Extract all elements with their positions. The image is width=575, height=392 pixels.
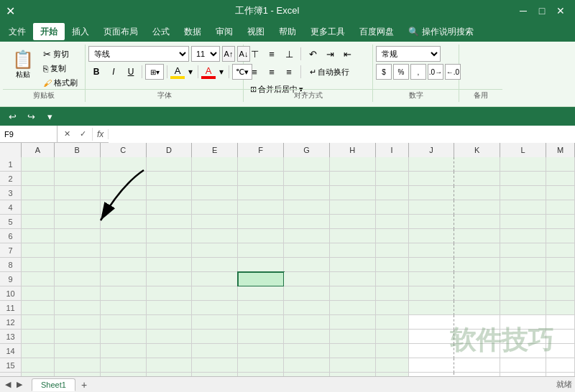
cell-H14[interactable] — [330, 344, 376, 358]
cell-L15[interactable] — [500, 358, 546, 373]
cell-M10[interactable] — [546, 286, 575, 301]
cell-J12[interactable] — [409, 315, 455, 330]
row-number-6[interactable]: 6 — [0, 229, 22, 243]
cell-D13[interactable] — [147, 330, 193, 344]
cell-K11[interactable] — [454, 301, 500, 315]
minimize-button[interactable]: ─ — [515, 4, 532, 18]
qa-extra-button[interactable]: ▾ — [42, 109, 58, 123]
number-format-select[interactable]: 常规 数字 货币 日期 时间 百分比 文本 — [376, 46, 441, 62]
cell-D12[interactable] — [147, 315, 193, 330]
cell-D2[interactable] — [147, 172, 193, 186]
col-header-I[interactable]: I — [376, 143, 409, 157]
col-header-F[interactable]: F — [238, 143, 284, 157]
cell-B13[interactable] — [55, 330, 101, 344]
copy-button[interactable]: ⎘ 复制 — [40, 62, 80, 75]
cell-A3[interactable] — [22, 186, 55, 200]
fill-color-dropdown[interactable]: ▾ — [186, 64, 195, 80]
cell-C3[interactable] — [101, 186, 147, 200]
row-number-2[interactable]: 2 — [0, 172, 22, 186]
cell-C13[interactable] — [101, 330, 147, 344]
cell-G10[interactable] — [284, 286, 330, 301]
cell-J6[interactable] — [409, 229, 455, 243]
cell-C8[interactable] — [101, 258, 147, 272]
cell-D8[interactable] — [147, 258, 193, 272]
cell-A12[interactable] — [22, 315, 55, 330]
sheet-tab-sheet1[interactable]: Sheet1 — [32, 378, 75, 391]
cell-H3[interactable] — [330, 186, 376, 200]
cell-L2[interactable] — [500, 172, 546, 186]
menu-formula[interactable]: 公式 — [145, 23, 177, 40]
cell-F15[interactable] — [238, 358, 284, 373]
cell-J8[interactable] — [409, 258, 455, 272]
add-sheet-button[interactable]: + — [77, 379, 91, 391]
cell-A6[interactable] — [22, 229, 55, 243]
cell-F1[interactable] — [238, 157, 284, 172]
menu-review[interactable]: 审阅 — [208, 23, 240, 40]
cell-G15[interactable] — [284, 358, 330, 373]
cell-C10[interactable] — [101, 286, 147, 301]
cell-D4[interactable] — [147, 200, 193, 215]
cell-A5[interactable] — [22, 215, 55, 229]
cell-M6[interactable] — [546, 229, 575, 243]
cell-C7[interactable] — [101, 243, 147, 258]
cell-I6[interactable] — [376, 229, 409, 243]
menu-home[interactable]: 开始 — [33, 23, 65, 40]
sheet-nav-right[interactable]: ▶ — [14, 380, 24, 389]
cell-F13[interactable] — [238, 330, 284, 344]
col-header-K[interactable]: K — [454, 143, 500, 157]
cell-L11[interactable] — [500, 301, 546, 315]
cell-A1[interactable] — [22, 157, 55, 172]
cell-F6[interactable] — [238, 229, 284, 243]
cut-button[interactable]: ✂ 剪切 — [40, 47, 80, 61]
cell-F12[interactable] — [238, 315, 284, 330]
cell-K3[interactable] — [454, 186, 500, 200]
row-number-8[interactable]: 8 — [0, 258, 22, 272]
cell-E13[interactable] — [192, 330, 238, 344]
col-header-B[interactable]: B — [55, 143, 101, 157]
cell-M14[interactable] — [546, 344, 575, 358]
format-painter-button[interactable]: 🖌 格式刷 — [40, 76, 80, 90]
cell-B7[interactable] — [55, 243, 101, 258]
cell-I14[interactable] — [376, 344, 409, 358]
cell-I13[interactable] — [376, 330, 409, 344]
cell-I15[interactable] — [376, 358, 409, 373]
menu-file[interactable]: 文件 — [1, 23, 33, 40]
cell-L8[interactable] — [500, 258, 546, 272]
undo-button[interactable]: ↩ — [4, 109, 20, 123]
cell-J1[interactable] — [409, 157, 455, 172]
cell-F8[interactable] — [238, 258, 284, 272]
underline-button[interactable]: U — [123, 64, 139, 80]
redo-button[interactable]: ↪ — [23, 109, 39, 123]
cell-J5[interactable] — [409, 215, 455, 229]
cell-J7[interactable] — [409, 243, 455, 258]
cell-H9[interactable] — [330, 272, 376, 286]
cell-M8[interactable] — [546, 258, 575, 272]
cell-K10[interactable] — [454, 286, 500, 301]
cell-B12[interactable] — [55, 315, 101, 330]
cell-F2[interactable] — [238, 172, 284, 186]
menu-data[interactable]: 数据 — [177, 23, 208, 40]
close-button[interactable]: ✕ — [552, 4, 569, 18]
cell-K12[interactable] — [454, 315, 500, 330]
cell-B5[interactable] — [55, 215, 101, 229]
cell-D3[interactable] — [147, 186, 193, 200]
cell-K5[interactable] — [454, 215, 500, 229]
border-button[interactable]: ⊞▾ — [145, 64, 164, 80]
cell-D7[interactable] — [147, 243, 193, 258]
cell-M5[interactable] — [546, 215, 575, 229]
cell-D10[interactable] — [147, 286, 193, 301]
cell-J3[interactable] — [409, 186, 455, 200]
cell-H7[interactable] — [330, 243, 376, 258]
row-number-5[interactable]: 5 — [0, 215, 22, 229]
menu-view[interactable]: 视图 — [240, 23, 272, 40]
cell-F7[interactable] — [238, 243, 284, 258]
cell-L12[interactable] — [500, 315, 546, 330]
cell-E6[interactable] — [192, 229, 238, 243]
cell-A14[interactable] — [22, 344, 55, 358]
menu-insert[interactable]: 插入 — [65, 23, 96, 40]
font-color-button[interactable]: A — [201, 65, 216, 79]
cell-H1[interactable] — [330, 157, 376, 172]
decimal-decrease-button[interactable]: ←.0 — [445, 64, 461, 80]
cell-E10[interactable] — [192, 286, 238, 301]
cell-A10[interactable] — [22, 286, 55, 301]
